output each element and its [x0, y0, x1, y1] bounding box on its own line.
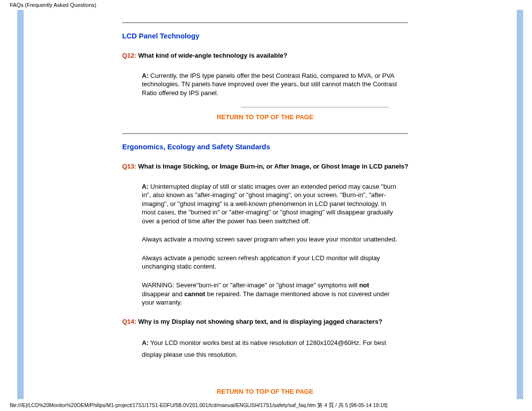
- question-14: Q14: Why is my Display not showing sharp…: [122, 317, 507, 327]
- a-letter: A:: [142, 339, 149, 346]
- divider: [122, 22, 408, 23]
- q13-p1-text: Uninterrupted display of still or static…: [142, 183, 396, 225]
- answer-12: A: Currently, the IPS type panels offer …: [142, 71, 398, 98]
- section-title-ergonomics: Ergonomics, Ecology and Safety Standards: [122, 143, 507, 151]
- page-body: LCD Panel Technology Q12: What kind of w…: [0, 10, 532, 399]
- warn-pre: WARNING: Severe"burn-in" or "after-image…: [142, 281, 359, 289]
- left-margin-bar: [17, 10, 24, 399]
- divider: [122, 133, 408, 134]
- q13-number: Q13:: [122, 163, 136, 170]
- right-margin-bar: [517, 10, 523, 399]
- return-to-top-link[interactable]: RETURN TO TOP OF THE PAGE: [122, 113, 408, 121]
- q13-text: What is Image Sticking, or Image Burn-in…: [136, 163, 408, 170]
- warn-not: not: [359, 281, 369, 289]
- question-12: Q12: What kind of wide-angle technology …: [122, 51, 507, 61]
- a-letter: A:: [142, 183, 149, 190]
- warn-cannot: cannot: [184, 290, 205, 298]
- page-header: FAQs (Frequently Asked Questions): [0, 0, 532, 10]
- a-letter: A:: [142, 72, 149, 79]
- answer-13-p2: Always activate a moving screen saver pr…: [142, 235, 398, 244]
- q14-answer-text: Your LCD monitor works best at its nativ…: [142, 339, 386, 358]
- warn-mid: disappear and: [142, 290, 184, 298]
- section-title-lcd: LCD Panel Technology: [122, 32, 507, 40]
- divider-short: [241, 107, 389, 107]
- answer-13-warning: WARNING: Severe"burn-in" or "after-image…: [142, 281, 398, 307]
- return-to-top-link[interactable]: RETURN TO TOP OF THE PAGE: [122, 388, 408, 395]
- q12-number: Q12:: [122, 52, 136, 59]
- q14-text: Why is my Display not showing sharp text…: [136, 318, 382, 325]
- q12-answer-text: Currently, the IPS type panels offer the…: [142, 72, 397, 97]
- q12-text: What kind of wide-angle technology is av…: [136, 52, 287, 59]
- content-area: LCD Panel Technology Q12: What kind of w…: [24, 10, 517, 399]
- question-13: Q13: What is Image Sticking, or Image Bu…: [122, 162, 507, 171]
- answer-14: A: Your LCD monitor works best at its na…: [142, 337, 398, 360]
- answer-13-p1: A: Uninterrupted display of still or sta…: [142, 182, 398, 226]
- q14-number: Q14:: [122, 318, 136, 325]
- answer-13-p3: Always activate a periodic screen refres…: [142, 254, 398, 271]
- page-footer-path: file:///E|/LCD%20Monitor%20OEM/Philips/M…: [0, 399, 532, 409]
